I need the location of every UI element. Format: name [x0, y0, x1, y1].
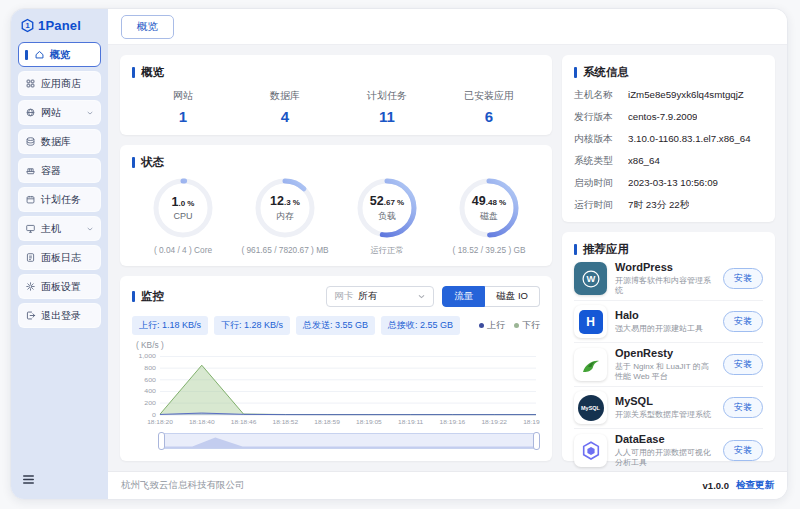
install-button[interactable]: 安装 — [723, 268, 763, 289]
y-tick-label: 200 — [144, 400, 156, 406]
traffic-button[interactable]: 流量 — [442, 286, 485, 307]
chart-datazoom-slider[interactable] — [160, 433, 538, 449]
legend-item-down[interactable]: 下行 — [514, 319, 540, 332]
sidebar-item-panel-logs[interactable]: 面板日志 — [18, 245, 101, 270]
chevron-down-icon — [86, 109, 94, 117]
y-tick-label: 800 — [144, 365, 156, 371]
sidebar-item-host[interactable]: 主机 — [18, 216, 101, 241]
info-label: 运行时间 — [574, 199, 628, 212]
app-name: WordPress — [615, 261, 715, 273]
host-icon — [25, 223, 36, 234]
system-info-row: 内核版本 3.10.0-1160.83.1.el7.x86_64 — [574, 133, 763, 146]
system-info-card: 系统信息 主机名称 iZm5e8e59yxk6lq4smtgqjZ 发行版本 c… — [562, 55, 775, 222]
info-label: 发行版本 — [574, 111, 628, 124]
main-area: 概览 概览 网站 1 数据库 — [108, 9, 787, 499]
brand-name: 1Panel — [38, 18, 81, 33]
stat-label: 已安装应用 — [438, 89, 540, 103]
sidebar-item-label: 计划任务 — [41, 193, 81, 207]
stat-value[interactable]: 4 — [234, 108, 336, 125]
gauge-memory: 12.3 % 内存 ( 961.65 / 7820.67 ) MB — [234, 176, 336, 256]
y-tick-label: 1,000 — [139, 353, 157, 359]
install-button[interactable]: 安装 — [723, 440, 763, 461]
gauge-value: 49 — [472, 194, 486, 208]
monitor-badge-row: 上行: 1.18 KB/s 下行: 1.28 KB/s 总发送: 3.55 GB… — [132, 316, 540, 335]
gauge-cpu: 1.0 % CPU ( 0.04 / 4 ) Core — [132, 176, 234, 256]
stat-value[interactable]: 6 — [438, 108, 540, 125]
app-meta: OpenResty 基于 Nginx 和 LuaJIT 的高性能 Web 平台 — [615, 347, 715, 382]
stat-value[interactable]: 1 — [132, 108, 234, 125]
stat-installed-apps: 已安装应用 6 — [438, 89, 540, 125]
sidebar: 1 1Panel 概览 应用商店 网站 — [11, 9, 108, 499]
x-tick-label: 18:19:16 — [440, 419, 466, 424]
sidebar-item-cronjob[interactable]: 计划任务 — [18, 187, 101, 212]
system-info-row: 系统类型 x86_64 — [574, 155, 763, 168]
mysql-icon: MySQL — [574, 391, 607, 424]
sidebar-item-container[interactable]: 容器 — [18, 158, 101, 183]
legend-item-up[interactable]: 上行 — [479, 319, 505, 332]
topbar: 概览 — [108, 9, 787, 45]
info-value: 7时 23分 22秒 — [628, 199, 689, 212]
sidebar-item-database[interactable]: 数据库 — [18, 129, 101, 154]
datazoom-handle-right[interactable] — [533, 432, 540, 450]
app-row-dataease: DataEase 人人可用的开源数据可视化分析工具 安装 — [574, 429, 763, 472]
version-label: v1.0.0 — [703, 480, 729, 491]
y-tick-label: 400 — [144, 388, 156, 394]
info-label: 内核版本 — [574, 133, 628, 146]
container-icon — [25, 165, 36, 176]
sidebar-item-label: 网站 — [41, 106, 61, 120]
active-indicator-bar — [25, 50, 28, 60]
status-title-row: 状态 — [132, 155, 540, 170]
stat-label: 网站 — [132, 89, 234, 103]
home-icon — [34, 49, 45, 60]
info-value: centos-7.9.2009 — [628, 111, 697, 124]
sidebar-item-overview[interactable]: 概览 — [18, 42, 101, 67]
halo-icon-letter: H — [579, 310, 603, 334]
tab-overview[interactable]: 概览 — [121, 15, 174, 39]
right-column: 系统信息 主机名称 iZm5e8e59yxk6lq4smtgqjZ 发行版本 c… — [562, 55, 775, 461]
dataease-icon — [574, 434, 607, 467]
svg-text:W: W — [586, 274, 595, 284]
system-info-row: 发行版本 centos-7.9.2009 — [574, 111, 763, 124]
info-value: 3.10.0-1160.83.1.el7.x86_64 — [628, 133, 751, 146]
section-title: 概览 — [141, 65, 164, 80]
logout-icon — [25, 310, 36, 321]
stat-value[interactable]: 11 — [336, 108, 438, 125]
sidebar-item-label: 应用商店 — [41, 77, 81, 91]
datazoom-mini-chart — [161, 434, 537, 448]
app-name: MySQL — [615, 395, 711, 407]
disk-io-button[interactable]: 磁盘 IO — [485, 286, 540, 307]
check-update-link[interactable]: 检查更新 — [736, 479, 774, 492]
section-title: 监控 — [141, 289, 164, 304]
install-button[interactable]: 安装 — [723, 354, 763, 375]
app-name: DataEase — [615, 433, 715, 445]
sidebar-item-label: 面板日志 — [41, 251, 81, 265]
gauge-value-suffix: .48 % — [486, 198, 506, 207]
series-area-下行 — [160, 365, 536, 415]
info-label: 系统类型 — [574, 155, 628, 168]
sidebar-item-logout[interactable]: 退出登录 — [18, 303, 101, 328]
network-card-select[interactable]: 网卡 所有 — [326, 286, 434, 307]
install-button[interactable]: 安装 — [723, 397, 763, 418]
sidebar-item-appstore[interactable]: 应用商店 — [18, 71, 101, 96]
install-button[interactable]: 安装 — [723, 311, 763, 332]
stat-cronjobs: 计划任务 11 — [336, 89, 438, 125]
section-title: 推荐应用 — [583, 242, 629, 257]
app-row-openresty: OpenResty 基于 Nginx 和 LuaJIT 的高性能 Web 平台 … — [574, 343, 763, 387]
gauge-value: 52 — [370, 194, 384, 208]
stat-websites: 网站 1 — [132, 89, 234, 125]
sidebar-item-panel-settings[interactable]: 面板设置 — [18, 274, 101, 299]
chart-legend: 上行 下行 — [479, 319, 540, 332]
halo-icon: H — [574, 305, 607, 338]
content: 概览 网站 1 数据库 4 计划任务 11 — [108, 45, 787, 471]
system-info-row: 主机名称 iZm5e8e59yxk6lq4smtgqjZ — [574, 89, 763, 102]
sidebar-collapse-button[interactable] — [18, 469, 101, 491]
monitor-header: 监控 网卡 所有 流量 — [132, 286, 540, 307]
total-sent-badge: 总发送: 3.55 GB — [296, 316, 375, 335]
total-received-badge: 总接收: 2.55 GB — [381, 316, 460, 335]
select-value: 所有 — [358, 290, 377, 303]
chevron-down-icon — [86, 225, 94, 233]
legend-label: 下行 — [522, 319, 540, 332]
sidebar-item-website[interactable]: 网站 — [18, 100, 101, 125]
datazoom-handle-left[interactable] — [158, 432, 165, 450]
stat-label: 数据库 — [234, 89, 336, 103]
